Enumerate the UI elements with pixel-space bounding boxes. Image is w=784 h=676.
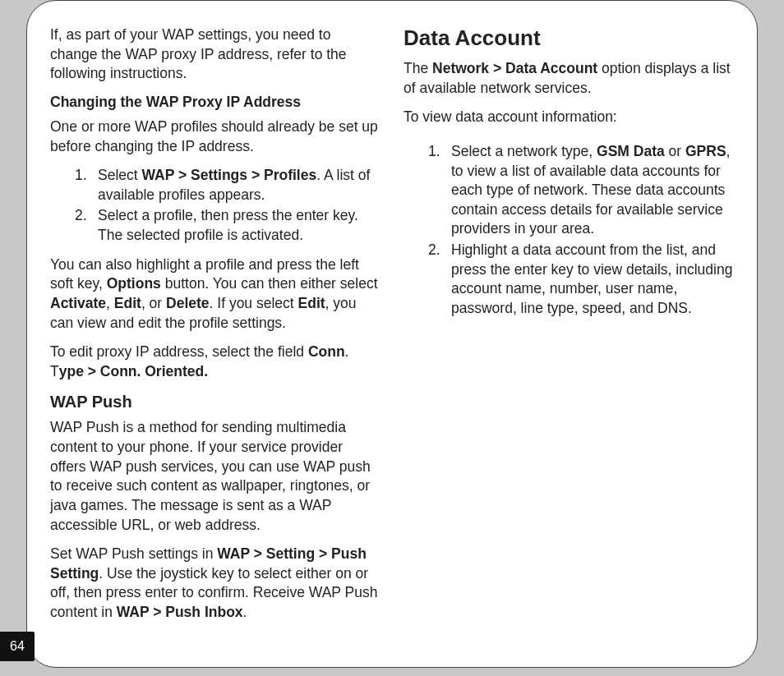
opt-b: Options (107, 275, 161, 292)
view-line: To view data account information: (404, 108, 734, 127)
intro-paragraph: If, as part of your WAP settings, you ne… (50, 25, 380, 84)
page-number-tab: 64 (0, 632, 35, 661)
step-1-text-b: WAP > Settings > Profiles (142, 167, 317, 183)
dai-b: Network > Data Account (432, 60, 597, 76)
wps-a: Set WAP Push settings in (50, 545, 217, 562)
opt-d: Activate (50, 295, 106, 311)
da-step-2: Highlight a data account from the list, … (404, 241, 734, 319)
opt-j: Edit (298, 295, 325, 311)
opt-g: , or (141, 295, 166, 311)
opt-i: . If you select (210, 295, 298, 311)
da-step-1: Select a network type, GSM Data or GPRS,… (404, 142, 734, 239)
wps-d: WAP > Push Inbox (117, 604, 243, 620)
da1-a: Select a network type, (451, 143, 597, 159)
options-paragraph: You can also highlight a profile and pre… (50, 255, 380, 333)
opt-f: Edit (114, 295, 141, 311)
wap-profile-steps: Select WAP > Settings > Profiles. A list… (50, 166, 380, 246)
da1-c: or (665, 143, 685, 159)
opt-e: , (106, 295, 114, 311)
dai-a: The (404, 60, 432, 76)
da1-d: GPRS (685, 143, 726, 159)
data-account-steps: Select a network type, GSM Data or GPRS,… (404, 142, 734, 319)
right-column: Data Account The Network > Data Account … (404, 25, 734, 642)
edit-paragraph: To edit proxy IP address, select the fie… (50, 343, 380, 381)
wap-push-settings: Set WAP Push settings in WAP > Setting >… (50, 545, 380, 623)
da1-b: GSM Data (597, 143, 665, 159)
edit-d: ype > Conn. Oriented. (59, 363, 208, 379)
step-2: Select a profile, then press the enter k… (50, 206, 380, 245)
setup-note: One or more WAP profiles should already … (50, 117, 380, 156)
data-account-title: Data Account (404, 25, 734, 51)
edit-a: To edit proxy IP address, select the fie… (50, 343, 308, 360)
data-account-intro: The Network > Data Account option displa… (404, 59, 734, 98)
page-number: 64 (10, 639, 25, 654)
wap-push-title: WAP Push (50, 393, 380, 412)
step-1-text-a: Select (98, 167, 142, 183)
opt-c: button. You can then either select (161, 275, 378, 292)
edit-b: Conn (308, 343, 345, 360)
step-1: Select WAP > Settings > Profiles. A list… (50, 166, 380, 205)
opt-h: Delete (166, 295, 210, 311)
left-column: If, as part of your WAP settings, you ne… (50, 25, 380, 642)
wap-push-body: WAP Push is a method for sending multime… (50, 418, 380, 535)
two-column-layout: If, as part of your WAP settings, you ne… (50, 25, 734, 642)
wps-e: . (243, 604, 247, 620)
document-page: If, as part of your WAP settings, you ne… (26, 0, 758, 668)
changing-wap-subhead: Changing the WAP Proxy IP Address (50, 94, 380, 111)
